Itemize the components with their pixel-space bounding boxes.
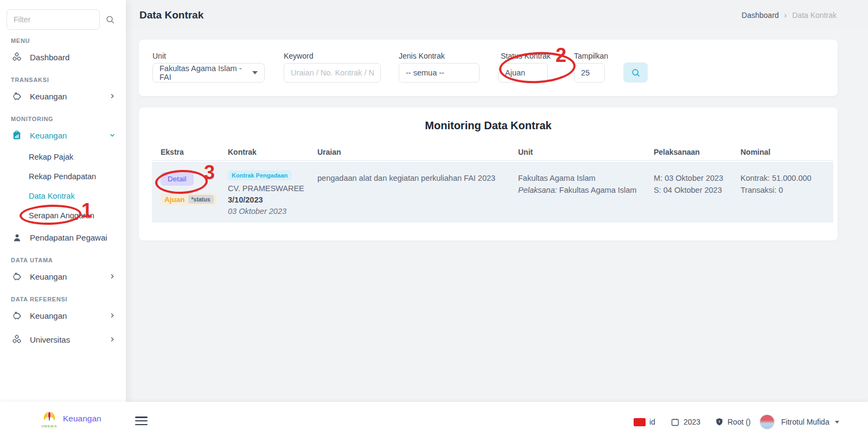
brand-subtext: UNSIKA (41, 425, 57, 428)
cell-kontrak: Kontrak Pengadaan CV. PRAMESWAREE 3/10/2… (228, 169, 317, 223)
main-content: Data Kontrak Dashboard › Data Kontrak Un… (126, 0, 868, 402)
kontrak-date-long: 03 Oktober 2023 (228, 207, 317, 216)
sidebar-item-keuangan-transaksi[interactable]: Keuangan (0, 84, 126, 108)
sidebar-item-label: Keuangan (30, 272, 108, 281)
cell-uraian: pengadaan alat dan kegiatan perkuliahan … (317, 169, 518, 223)
monitoring-table-panel: Monitoring Data Kontrak Ekstra Kontrak U… (139, 108, 838, 241)
breadcrumb-separator: › (784, 11, 787, 20)
keyword-label: Keyword (284, 52, 313, 60)
role-indicator[interactable]: Root () (715, 402, 751, 442)
column-header-nominal: Nominal (741, 148, 822, 156)
jenis-kontrak-select[interactable]: -- semua -- (399, 63, 480, 83)
chevron-down-icon (108, 131, 116, 139)
nominal-transaksi: Transaksi: 0 (741, 186, 822, 194)
sidebar-item-keuangan-data-utama[interactable]: Keuangan (0, 264, 126, 288)
table-title: Monitoring Data Kontrak (139, 119, 838, 132)
tampilkan-label: Tampilkan (574, 52, 608, 60)
breadcrumb-current: Data Kontrak (792, 11, 837, 20)
app-window: MENU Dashboard TRANSAKSI Keuangan (0, 0, 868, 442)
hamburger-menu-icon[interactable] (135, 416, 148, 427)
jenis-kontrak-value: -- semua -- (406, 68, 444, 77)
bottom-navbar: UNSIKA Keuangan id 2023 Root () (0, 402, 868, 442)
sidebar-item-label: Keuangan (30, 92, 108, 101)
kontrak-type-badge: Kontrak Pengadaan (228, 171, 291, 180)
unsika-logo-icon: UNSIKA (39, 407, 60, 430)
pelaksana-label: Pelaksana: (518, 186, 557, 194)
sidebar-item-label: Keuangan (30, 131, 108, 140)
sidebar-item-pendapatan-pegawai[interactable]: Pendapatan Pegawai (0, 225, 126, 249)
cell-unit: Fakultas Agama Islam Pelaksana: Fakultas… (518, 169, 654, 223)
brand[interactable]: UNSIKA Keuangan (39, 407, 101, 430)
user-name: Fitrotul Mufida (781, 418, 829, 426)
cubes-icon (11, 52, 23, 62)
chevron-down-icon (835, 421, 839, 424)
subitem-label: Serapan Anggaran (29, 211, 94, 220)
section-label-menu: MENU (11, 37, 126, 44)
chevron-right-icon (108, 273, 116, 280)
section-label-monitoring: MONITORING (11, 116, 126, 122)
sidebar-subitem-serapan-anggaran[interactable]: Serapan Anggaran (0, 206, 126, 225)
uraian-text: pengadaan alat dan kegiatan perkuliahan … (317, 174, 518, 182)
status-kontrak-input[interactable] (498, 63, 548, 83)
vendor-name: CV. PRAMESWAREE (228, 184, 317, 193)
search-icon[interactable] (105, 15, 115, 24)
detail-button[interactable]: Detail (161, 172, 194, 186)
section-label-data-utama: DATA UTAMA (11, 257, 126, 263)
sidebar-item-label: Universitas (30, 335, 108, 344)
sidebar-item-dashboard[interactable]: Dashboard (0, 45, 126, 69)
calendar-icon (671, 418, 680, 427)
piggy-bank-icon (11, 310, 23, 321)
unit-name: Fakultas Agama Islam (518, 174, 654, 182)
unit-select[interactable]: Fakultas Agama Islam - FAI (152, 63, 265, 83)
keyword-input[interactable] (284, 63, 381, 83)
caret-down-icon (252, 71, 258, 74)
avatar (760, 414, 775, 430)
piggy-bank-icon (11, 271, 23, 282)
pelaksana-value: Fakultas Agama Islam (559, 186, 637, 194)
pelaksanaan-mulai: M: 03 Oktober 2023 (654, 174, 741, 182)
role-label: Root () (727, 418, 751, 426)
column-header-unit: Unit (518, 148, 654, 156)
sidebar: MENU Dashboard TRANSAKSI Keuangan (0, 0, 126, 402)
shield-icon (715, 418, 724, 426)
search-button[interactable] (623, 62, 648, 83)
jenis-kontrak-label: Jenis Kontrak (399, 52, 445, 60)
subitem-label: Data Kontrak (29, 192, 75, 200)
user-menu[interactable]: Fitrotul Mufida (760, 402, 839, 442)
page-header: Data Kontrak Dashboard › Data Kontrak (126, 0, 868, 30)
cubes-icon (11, 334, 23, 345)
cell-nominal: Kontrak: 51.000.000 Transaksi: 0 (741, 169, 822, 223)
sidebar-item-keuangan-data-referensi[interactable]: Keuangan (0, 304, 126, 327)
language-switcher[interactable]: id (634, 402, 655, 442)
column-header-uraian: Uraian (317, 148, 518, 156)
sidebar-item-label: Dashboard (30, 53, 116, 62)
sidebar-filter-input[interactable] (7, 9, 100, 30)
tampilkan-input[interactable] (574, 63, 605, 83)
sidebar-subitem-rekap-pajak[interactable]: Rekap Pajak (0, 147, 126, 167)
subitem-label: Rekap Pendapatan (29, 172, 96, 181)
page-title: Data Kontrak (139, 9, 203, 21)
status-badge-label: Ajuan (164, 195, 185, 204)
brand-name: Keuangan (63, 414, 101, 424)
sidebar-item-label: Pendapatan Pegawai (30, 233, 116, 242)
kontrak-date-short: 3/10/2023 (228, 195, 317, 204)
sidebar-subitem-rekap-pendapatan[interactable]: Rekap Pendapatan (0, 167, 126, 186)
person-icon (11, 232, 23, 243)
year-selector[interactable]: 2023 (671, 402, 700, 442)
status-badge: Ajuan *status (161, 193, 216, 205)
status-badge-tag: *status (188, 195, 214, 204)
breadcrumb-dashboard[interactable]: Dashboard (742, 11, 779, 20)
section-label-data-referensi: DATA REFERENSI (11, 296, 126, 302)
chevron-right-icon (108, 312, 116, 319)
search-icon (631, 68, 641, 78)
filter-panel: Unit Fakultas Agama Islam - FAI Keyword … (139, 40, 838, 96)
column-header-kontrak: Kontrak (228, 148, 317, 156)
table-row: Detail Ajuan *status Kontrak Pengadaan C… (152, 162, 833, 223)
table-header-row: Ekstra Kontrak Uraian Unit Pelaksanaan N… (152, 143, 833, 161)
sidebar-subitem-data-kontrak[interactable]: Data Kontrak (0, 186, 126, 206)
sidebar-item-keuangan-monitoring[interactable]: Keuangan (0, 123, 126, 147)
sidebar-item-label: Keuangan (30, 311, 108, 320)
sidebar-item-universitas[interactable]: Universitas (0, 327, 126, 351)
column-header-ekstra: Ekstra (161, 148, 228, 156)
cell-ekstra: Detail Ajuan *status (161, 169, 228, 223)
